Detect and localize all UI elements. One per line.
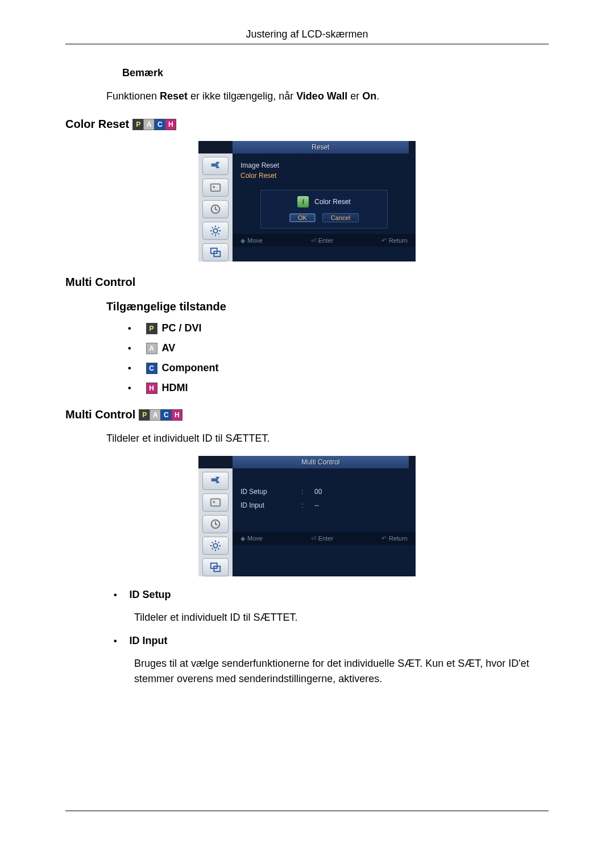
osd-row-id-input[interactable]: ID Input : -- (240, 501, 408, 509)
modes-list: P PC / DVI A AV C Component H HDMI (128, 322, 549, 394)
osd-item-color-reset[interactable]: Color Reset (240, 172, 408, 180)
av-icon: A (146, 343, 157, 354)
row-colon: : (300, 501, 305, 509)
text: er (347, 90, 362, 102)
section-title-text: Multi Control (65, 276, 135, 289)
tab-time-icon[interactable] (202, 200, 229, 218)
row-label: ID Setup (240, 488, 300, 496)
multi-control-intro: Tildeler et individuelt ID til SÆTTET. (106, 431, 549, 446)
mode-label: Component (162, 362, 219, 374)
tab-picture-icon[interactable] (202, 178, 229, 197)
osd-title-bar: Reset (198, 141, 416, 153)
source-icon-strip: P A C H (139, 409, 182, 421)
text-bold: Video Wall (296, 90, 347, 102)
detail-id-input: ID Input Bruges til at vælge senderfunkt… (114, 635, 549, 686)
svg-rect-6 (211, 499, 221, 506)
detail-body: Tildeler et individuelt ID til SÆTTET. (134, 610, 549, 625)
page-header: Justering af LCD-skærmen (65, 28, 549, 44)
dialog-label: Color Reset (314, 198, 350, 206)
source-icon-strip: P A C H (132, 119, 176, 130)
osd-color-reset: Reset Image Reset Color Reset i (198, 141, 416, 261)
hdmi-icon: H (171, 409, 182, 421)
av-icon: A (150, 409, 161, 421)
tab-setup-icon[interactable] (202, 537, 229, 555)
row-value: 00 (314, 488, 322, 496)
row-colon: : (300, 488, 305, 496)
note-body: Funktionen Reset er ikke tilgængelig, nå… (106, 89, 549, 103)
footer-return: Return (381, 535, 408, 542)
svg-point-9 (213, 544, 217, 548)
osd-title-bar: Multi Control (198, 456, 416, 468)
ok-button[interactable]: OK (289, 213, 316, 222)
hdmi-icon: H (165, 119, 176, 130)
mode-hdmi: H HDMI (128, 382, 549, 394)
svg-point-7 (213, 501, 215, 504)
svg-point-3 (213, 229, 217, 233)
svg-rect-0 (211, 184, 221, 192)
modes-heading: Tilgængelige tilstande (106, 300, 549, 313)
section-color-reset: Color Reset P A C H (65, 118, 549, 131)
mode-label: AV (162, 342, 176, 354)
footer-move: Move (240, 535, 263, 542)
component-icon: C (146, 363, 157, 374)
row-label: ID Input (240, 501, 300, 509)
section-title-text: Multi Control (65, 408, 135, 421)
footer-move: Move (240, 237, 263, 244)
text: . (376, 90, 379, 102)
page: Justering af LCD-skærmen Bemærk Funktion… (0, 0, 614, 868)
pc-icon: P (132, 119, 144, 130)
osd-tabs (198, 153, 233, 261)
av-icon: A (143, 119, 155, 130)
footer-return: Return (381, 237, 408, 244)
text: Funktionen (106, 90, 160, 102)
info-icon: i (297, 196, 309, 207)
tab-input-icon[interactable] (202, 472, 229, 490)
osd-main: ID Setup : 00 ID Input : -- Move Enter R… (233, 468, 416, 576)
note-heading: Bemærk (122, 67, 549, 79)
pc-icon: P (146, 323, 157, 334)
tab-multi-icon[interactable] (202, 243, 229, 261)
tab-setup-icon[interactable] (202, 222, 229, 240)
detail-title: ID Input (130, 635, 168, 647)
text-bold: On (362, 90, 376, 102)
tab-picture-icon[interactable] (202, 493, 229, 512)
mode-pc: P PC / DVI (128, 322, 549, 334)
footer-enter: Enter (311, 535, 333, 542)
cancel-button[interactable]: Cancel (322, 213, 359, 222)
osd-row-id-setup[interactable]: ID Setup : 00 (240, 488, 408, 496)
footer-enter: Enter (311, 237, 333, 244)
tab-time-icon[interactable] (202, 515, 229, 533)
osd-item-image-reset[interactable]: Image Reset (240, 161, 408, 169)
component-icon: C (160, 409, 172, 421)
osd-title: Reset (312, 143, 329, 151)
osd-tabs (198, 468, 233, 576)
detail-id-setup: ID Setup Tildeler et individuelt ID til … (114, 589, 549, 625)
section-multi-control-detail: Multi Control P A C H (65, 408, 549, 421)
section-multi-control: Multi Control (65, 276, 549, 289)
osd-dialog: i Color Reset OK Cancel (260, 190, 388, 229)
svg-point-1 (213, 186, 215, 188)
footer-rule (65, 811, 549, 811)
text-bold: Reset (160, 90, 188, 102)
detail-list: ID Setup Tildeler et individuelt ID til … (114, 589, 549, 686)
row-value: -- (314, 501, 319, 509)
detail-body: Bruges til at vælge senderfunktionerne f… (134, 656, 549, 686)
osd-multi-control: Multi Control ID Setup : 00 (198, 456, 416, 576)
osd-footer: Move Enter Return (233, 532, 416, 545)
osd-title: Multi Control (301, 458, 339, 466)
tab-multi-icon[interactable] (202, 558, 229, 576)
tab-input-icon[interactable] (202, 157, 229, 175)
text: er ikke tilgængelig, når (188, 90, 296, 102)
osd-footer: Move Enter Return (233, 234, 416, 247)
page-title: Justering af LCD-skærmen (246, 28, 368, 40)
mode-label: PC / DVI (162, 322, 202, 334)
mode-component: C Component (128, 362, 549, 374)
osd-main: Image Reset Color Reset i Color Reset OK… (233, 153, 416, 261)
pc-icon: P (139, 409, 150, 421)
mode-label: HDMI (162, 382, 188, 394)
detail-title: ID Setup (130, 589, 171, 601)
mode-av: A AV (128, 342, 549, 354)
hdmi-icon: H (146, 383, 157, 394)
component-icon: C (154, 119, 165, 130)
section-title-text: Color Reset (65, 118, 129, 131)
